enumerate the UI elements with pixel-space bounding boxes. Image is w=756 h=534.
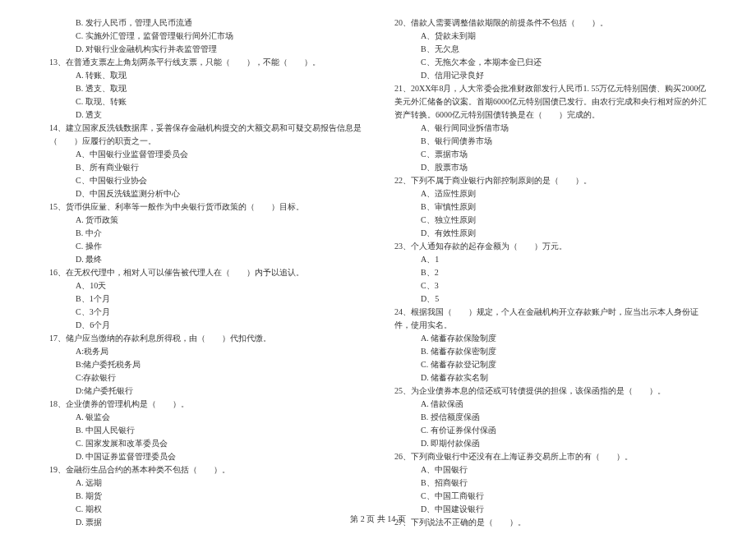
q19-option-b: B. 期货 xyxy=(49,490,362,503)
q22-option-a: A、适应性原则 xyxy=(394,187,707,200)
q14-option-c: C、中国银行业协会 xyxy=(49,174,362,187)
q17-stem: 17、储户应当缴纳的存款利息所得税，由（ ）代扣代缴。 xyxy=(49,332,362,345)
q19-stem: 19、金融衍生品合约的基本种类不包括（ ）。 xyxy=(49,463,362,476)
q15-option-c: C. 操作 xyxy=(49,240,362,253)
q23-option-a: A、1 xyxy=(394,253,707,266)
q22-option-c: C、独立性原则 xyxy=(394,214,707,227)
q15-option-b: B. 中介 xyxy=(49,227,362,240)
q26-option-b: B、招商银行 xyxy=(394,476,707,490)
q13-option-c: C. 取现、转账 xyxy=(49,95,362,108)
q18-option-b: B. 中国人民银行 xyxy=(49,424,362,437)
q24-option-a: A. 储蓄存款保险制度 xyxy=(394,332,707,345)
q14-option-b: B、所有商业银行 xyxy=(49,161,362,174)
q26-stem: 26、下列商业银行中还没有在上海证券交易所上市的有（ ）。 xyxy=(394,450,707,463)
q25-option-d: D. 即期付款保函 xyxy=(394,437,707,450)
q24-stem: 24、根据我国（ ）规定，个人在金融机构开立存款账户时，应当出示本人身份证件，使… xyxy=(394,306,707,332)
q12-option-c: C. 实施外汇管理，监督管理银行间外汇市场 xyxy=(49,30,362,43)
q26-option-c: C、中国工商银行 xyxy=(394,490,707,503)
q14-option-a: A、中国银行业监督管理委员会 xyxy=(49,148,362,161)
q19-option-a: A. 远期 xyxy=(49,476,362,490)
q24-option-b: B. 储蓄存款保密制度 xyxy=(394,345,707,358)
q13-option-b: B. 透支、取现 xyxy=(49,82,362,95)
q16-stem: 16、在无权代理中，相对人可以催告被代理人在（ ）内予以追认。 xyxy=(49,266,362,279)
q21-stem: 21、20XX年8月，人大常委会批准财政部发行人民币1. 55万亿元特别国债、购… xyxy=(394,82,707,122)
q21-option-d: D、股票市场 xyxy=(394,161,707,174)
q20-stem: 20、借款人需要调整借款期限的前提条件不包括（ ）。 xyxy=(394,16,707,30)
page-footer: 第 2 页 共 14 页 xyxy=(0,513,756,526)
q17-option-d: D:储户委托银行 xyxy=(49,384,362,398)
q20-option-c: C、无拖欠本金，本期本金已归还 xyxy=(394,56,707,69)
q16-option-c: C、3个月 xyxy=(49,306,362,319)
q25-stem: 25、为企业债券本息的偿还或可转债提供的担保，该保函指的是（ ）。 xyxy=(394,384,707,398)
q12-option-d: D. 对银行业金融机构实行并表监管管理 xyxy=(49,43,362,56)
q18-option-c: C. 国家发展和改革委员会 xyxy=(49,437,362,450)
q21-option-a: A、银行间同业拆借市场 xyxy=(394,122,707,135)
q23-option-b: B、2 xyxy=(394,266,707,279)
q12-option-b: B. 发行人民币，管理人民币流通 xyxy=(49,16,362,30)
q17-option-c: C:存款银行 xyxy=(49,371,362,384)
q24-option-d: D. 储蓄存款实名制 xyxy=(394,371,707,384)
q25-option-a: A. 借款保函 xyxy=(394,398,707,411)
q18-option-a: A. 银监会 xyxy=(49,411,362,424)
q16-option-b: B、1个月 xyxy=(49,292,362,306)
q25-option-c: C. 有价证券保付保函 xyxy=(394,424,707,437)
q18-option-d: D. 中国证券监督管理委员会 xyxy=(49,450,362,463)
left-column: B. 发行人民币，管理人民币流通 C. 实施外汇管理，监督管理银行间外汇市场 D… xyxy=(49,16,362,505)
q14-stem: 14、建立国家反洗钱数据库，妥善保存金融机构提交的大额交易和可疑交易报告信息是（… xyxy=(49,122,362,148)
q14-option-d: D、中国反洗钱监测分析中心 xyxy=(49,187,362,200)
q15-option-d: D. 最终 xyxy=(49,253,362,266)
q21-option-b: B、银行间债券市场 xyxy=(394,135,707,148)
q17-option-b: B:储户委托税务局 xyxy=(49,358,362,371)
q13-option-d: D. 透支 xyxy=(49,108,362,122)
q23-option-d: D、5 xyxy=(394,292,707,306)
q23-stem: 23、个人通知存款的起存金额为（ ）万元。 xyxy=(394,240,707,253)
q18-stem: 18、企业债券的管理机构是（ ）。 xyxy=(49,398,362,411)
q21-option-c: C、票据市场 xyxy=(394,148,707,161)
q17-option-a: A:税务局 xyxy=(49,345,362,358)
q15-option-a: A. 货币政策 xyxy=(49,214,362,227)
q13-option-a: A. 转账、取现 xyxy=(49,69,362,82)
q15-stem: 15、货币供应量、利率等一般作为中央银行货币政策的（ ）目标。 xyxy=(49,200,362,214)
q20-option-d: D、信用记录良好 xyxy=(394,69,707,82)
page-content: B. 发行人民币，管理人民币流通 C. 实施外汇管理，监督管理银行间外汇市场 D… xyxy=(49,16,707,505)
q20-option-b: B、无欠息 xyxy=(394,43,707,56)
q16-option-a: A、10天 xyxy=(49,279,362,292)
q25-option-b: B. 授信额度保函 xyxy=(394,411,707,424)
q22-option-d: D、有效性原则 xyxy=(394,227,707,240)
q26-option-a: A、中国银行 xyxy=(394,463,707,476)
q23-option-c: C、3 xyxy=(394,279,707,292)
q13-stem: 13、在普通支票左上角划两条平行线支票，只能（ ），不能（ ）。 xyxy=(49,56,362,69)
q22-stem: 22、下列不属于商业银行内部控制原则的是（ ）。 xyxy=(394,174,707,187)
right-column: 20、借款人需要调整借款期限的前提条件不包括（ ）。 A、贷款未到期 B、无欠息… xyxy=(394,16,707,505)
q24-option-c: C. 储蓄存款登记制度 xyxy=(394,358,707,371)
q22-option-b: B、审慎性原则 xyxy=(394,200,707,214)
q20-option-a: A、贷款未到期 xyxy=(394,30,707,43)
q16-option-d: D、6个月 xyxy=(49,319,362,332)
